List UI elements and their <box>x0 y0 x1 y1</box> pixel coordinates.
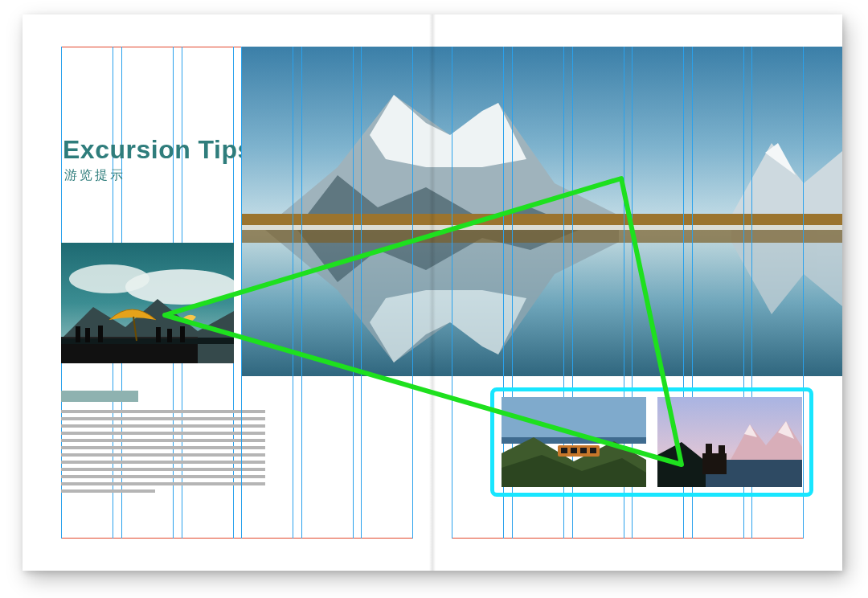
image-hero <box>241 47 842 376</box>
heading-en: Excursion Tips <box>63 135 252 165</box>
svg-point-2 <box>69 264 149 293</box>
body-heading-bar <box>61 391 138 402</box>
svg-rect-46 <box>719 445 725 455</box>
image-thumb-left <box>502 397 646 487</box>
image-secondary <box>61 243 234 363</box>
svg-rect-9 <box>98 326 103 342</box>
svg-rect-11 <box>167 329 172 342</box>
magazine-spread: Excursion Tips 游览提示 <box>23 14 842 571</box>
image-thumb-right <box>657 397 802 487</box>
svg-rect-34 <box>561 448 567 453</box>
body-text-lines <box>61 410 265 497</box>
svg-rect-12 <box>180 326 185 342</box>
svg-rect-35 <box>571 448 577 453</box>
svg-rect-5 <box>61 344 198 363</box>
svg-rect-36 <box>580 448 587 453</box>
svg-rect-45 <box>706 444 712 455</box>
svg-rect-28 <box>241 230 842 243</box>
svg-rect-8 <box>85 328 90 342</box>
svg-rect-37 <box>590 448 596 453</box>
svg-rect-44 <box>702 453 727 474</box>
svg-rect-10 <box>156 327 161 342</box>
canvas: Excursion Tips 游览提示 <box>0 0 868 598</box>
svg-rect-29 <box>502 397 646 442</box>
svg-rect-7 <box>76 326 80 342</box>
heading-zh: 游览提示 <box>64 167 125 184</box>
